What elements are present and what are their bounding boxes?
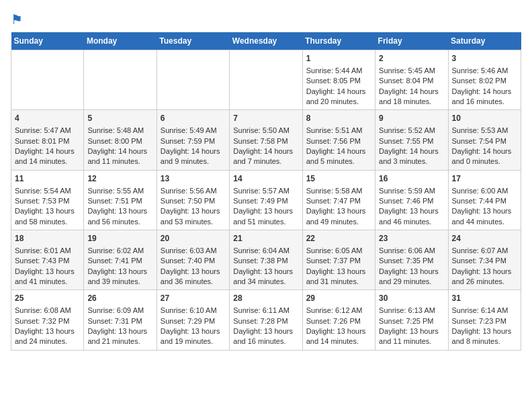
day-number: 19 bbox=[87, 233, 152, 244]
day-cell: 24Sunrise: 6:07 AMSunset: 7:34 PMDayligh… bbox=[448, 230, 521, 290]
day-header-thursday: Thursday bbox=[302, 32, 375, 50]
sunset-info: Sunset: 7:38 PM bbox=[233, 257, 287, 265]
day-number: 31 bbox=[452, 293, 517, 304]
day-number: 13 bbox=[161, 173, 226, 185]
daylight-hours: Daylight: 13 hours and 14 minutes. bbox=[306, 327, 366, 345]
sunset-info: Sunset: 7:25 PM bbox=[379, 317, 433, 325]
day-cell: 19Sunrise: 6:02 AMSunset: 7:41 PMDayligh… bbox=[84, 230, 157, 290]
day-cell: 7Sunrise: 5:50 AMSunset: 7:58 PMDaylight… bbox=[230, 110, 302, 170]
day-number: 25 bbox=[15, 293, 80, 304]
daylight-hours: Daylight: 14 hours and 20 minutes. bbox=[306, 87, 366, 105]
sunrise-info: Sunrise: 6:04 AM bbox=[233, 246, 290, 255]
sunrise-info: Sunrise: 5:45 AM bbox=[379, 66, 435, 75]
daylight-hours: Daylight: 13 hours and 24 minutes. bbox=[15, 327, 75, 345]
day-number: 17 bbox=[452, 173, 517, 185]
day-cell: 27Sunrise: 6:10 AMSunset: 7:29 PMDayligh… bbox=[157, 290, 229, 350]
day-header-friday: Friday bbox=[375, 32, 448, 50]
day-cell: 22Sunrise: 6:05 AMSunset: 7:37 PMDayligh… bbox=[302, 230, 375, 290]
day-cell: 21Sunrise: 6:04 AMSunset: 7:38 PMDayligh… bbox=[230, 230, 302, 290]
sunset-info: Sunset: 7:56 PM bbox=[306, 137, 361, 145]
daylight-hours: Daylight: 13 hours and 34 minutes. bbox=[233, 267, 293, 285]
sunrise-info: Sunrise: 6:11 AM bbox=[233, 306, 290, 314]
daylight-hours: Daylight: 13 hours and 11 minutes. bbox=[379, 327, 439, 345]
day-number: 14 bbox=[233, 173, 298, 185]
day-number: 21 bbox=[233, 233, 298, 244]
week-row-4: 18Sunrise: 6:01 AMSunset: 7:43 PMDayligh… bbox=[11, 230, 521, 290]
sunset-info: Sunset: 7:44 PM bbox=[452, 197, 506, 205]
daylight-hours: Daylight: 13 hours and 21 minutes. bbox=[87, 327, 147, 345]
day-header-monday: Monday bbox=[84, 32, 157, 50]
day-header-wednesday: Wednesday bbox=[230, 32, 302, 50]
day-cell: 5Sunrise: 5:48 AMSunset: 8:00 PMDaylight… bbox=[84, 110, 157, 170]
day-cell: 6Sunrise: 5:49 AMSunset: 7:59 PMDaylight… bbox=[157, 110, 229, 170]
sunrise-info: Sunrise: 6:09 AM bbox=[87, 306, 144, 314]
daylight-hours: Daylight: 13 hours and 19 minutes. bbox=[161, 327, 220, 345]
day-number: 22 bbox=[306, 233, 371, 244]
daylight-hours: Daylight: 14 hours and 0 minutes. bbox=[452, 147, 512, 165]
day-cell: 28Sunrise: 6:11 AMSunset: 7:28 PMDayligh… bbox=[230, 290, 302, 350]
day-cell: 31Sunrise: 6:14 AMSunset: 7:23 PMDayligh… bbox=[448, 290, 521, 350]
day-cell: 11Sunrise: 5:54 AMSunset: 7:53 PMDayligh… bbox=[11, 170, 84, 230]
sunset-info: Sunset: 7:37 PM bbox=[306, 257, 361, 265]
daylight-hours: Daylight: 13 hours and 29 minutes. bbox=[379, 267, 439, 285]
calendar-table: SundayMondayTuesdayWednesdayThursdayFrid… bbox=[11, 32, 521, 351]
sunrise-info: Sunrise: 5:55 AM bbox=[87, 187, 144, 195]
day-number: 3 bbox=[452, 53, 517, 64]
day-cell: 4Sunrise: 5:47 AMSunset: 8:01 PMDaylight… bbox=[11, 110, 84, 170]
sunset-info: Sunset: 7:29 PM bbox=[161, 317, 215, 325]
logo: ⚑ bbox=[11, 11, 32, 30]
daylight-hours: Daylight: 13 hours and 41 minutes. bbox=[15, 267, 75, 285]
sunset-info: Sunset: 7:46 PM bbox=[379, 197, 433, 205]
day-cell: 29Sunrise: 6:12 AMSunset: 7:26 PMDayligh… bbox=[302, 290, 375, 350]
sunset-info: Sunset: 8:04 PM bbox=[379, 77, 433, 85]
day-cell: 16Sunrise: 5:59 AMSunset: 7:46 PMDayligh… bbox=[375, 170, 448, 230]
sunrise-info: Sunrise: 6:05 AM bbox=[306, 246, 363, 255]
daylight-hours: Daylight: 14 hours and 14 minutes. bbox=[15, 147, 75, 165]
day-number: 16 bbox=[379, 173, 444, 185]
sunset-info: Sunset: 8:02 PM bbox=[452, 77, 506, 85]
sunset-info: Sunset: 7:51 PM bbox=[87, 197, 142, 205]
day-cell: 15Sunrise: 5:58 AMSunset: 7:47 PMDayligh… bbox=[302, 170, 375, 230]
day-number: 2 bbox=[379, 53, 444, 64]
daylight-hours: Daylight: 13 hours and 36 minutes. bbox=[161, 267, 220, 285]
day-cell: 12Sunrise: 5:55 AMSunset: 7:51 PMDayligh… bbox=[84, 170, 157, 230]
day-cell: 8Sunrise: 5:51 AMSunset: 7:56 PMDaylight… bbox=[302, 110, 375, 170]
day-cell: 13Sunrise: 5:56 AMSunset: 7:50 PMDayligh… bbox=[157, 170, 229, 230]
day-number: 20 bbox=[161, 233, 226, 244]
week-row-1: 1Sunrise: 5:44 AMSunset: 8:05 PMDaylight… bbox=[11, 50, 521, 110]
sunrise-info: Sunrise: 5:50 AM bbox=[233, 126, 290, 134]
sunset-info: Sunset: 7:47 PM bbox=[306, 197, 361, 205]
daylight-hours: Daylight: 13 hours and 31 minutes. bbox=[306, 267, 366, 285]
sunrise-info: Sunrise: 6:01 AM bbox=[15, 246, 71, 255]
sunrise-info: Sunrise: 5:46 AM bbox=[452, 66, 508, 75]
day-cell bbox=[157, 50, 229, 110]
day-cell: 20Sunrise: 6:03 AMSunset: 7:40 PMDayligh… bbox=[157, 230, 229, 290]
day-cell: 10Sunrise: 5:53 AMSunset: 7:54 PMDayligh… bbox=[448, 110, 521, 170]
sunset-info: Sunset: 7:26 PM bbox=[306, 317, 361, 325]
daylight-hours: Daylight: 13 hours and 26 minutes. bbox=[452, 267, 512, 285]
day-cell: 3Sunrise: 5:46 AMSunset: 8:02 PMDaylight… bbox=[448, 50, 521, 110]
week-row-2: 4Sunrise: 5:47 AMSunset: 8:01 PMDaylight… bbox=[11, 110, 521, 170]
sunrise-info: Sunrise: 6:12 AM bbox=[306, 306, 363, 314]
sunrise-info: Sunrise: 6:02 AM bbox=[87, 246, 144, 255]
sunrise-info: Sunrise: 5:57 AM bbox=[233, 187, 290, 195]
day-cell: 23Sunrise: 6:06 AMSunset: 7:35 PMDayligh… bbox=[375, 230, 448, 290]
sunrise-info: Sunrise: 6:06 AM bbox=[379, 246, 435, 255]
sunset-info: Sunset: 7:34 PM bbox=[452, 257, 506, 265]
day-number: 6 bbox=[161, 113, 226, 124]
day-header-tuesday: Tuesday bbox=[157, 32, 229, 50]
sunset-info: Sunset: 7:23 PM bbox=[452, 317, 506, 325]
sunset-info: Sunset: 7:35 PM bbox=[379, 257, 433, 265]
day-cell: 2Sunrise: 5:45 AMSunset: 8:04 PMDaylight… bbox=[375, 50, 448, 110]
day-number: 30 bbox=[379, 293, 444, 304]
day-cell: 25Sunrise: 6:08 AMSunset: 7:32 PMDayligh… bbox=[11, 290, 84, 350]
day-cell bbox=[11, 50, 84, 110]
daylight-hours: Daylight: 14 hours and 11 minutes. bbox=[87, 147, 147, 165]
sunrise-info: Sunrise: 6:14 AM bbox=[452, 306, 508, 314]
day-cell: 17Sunrise: 6:00 AMSunset: 7:44 PMDayligh… bbox=[448, 170, 521, 230]
header-row: SundayMondayTuesdayWednesdayThursdayFrid… bbox=[11, 32, 521, 50]
sunset-info: Sunset: 7:58 PM bbox=[233, 137, 287, 145]
daylight-hours: Daylight: 13 hours and 49 minutes. bbox=[306, 207, 366, 225]
sunset-info: Sunset: 7:31 PM bbox=[87, 317, 142, 325]
sunrise-info: Sunrise: 5:51 AM bbox=[306, 126, 363, 134]
